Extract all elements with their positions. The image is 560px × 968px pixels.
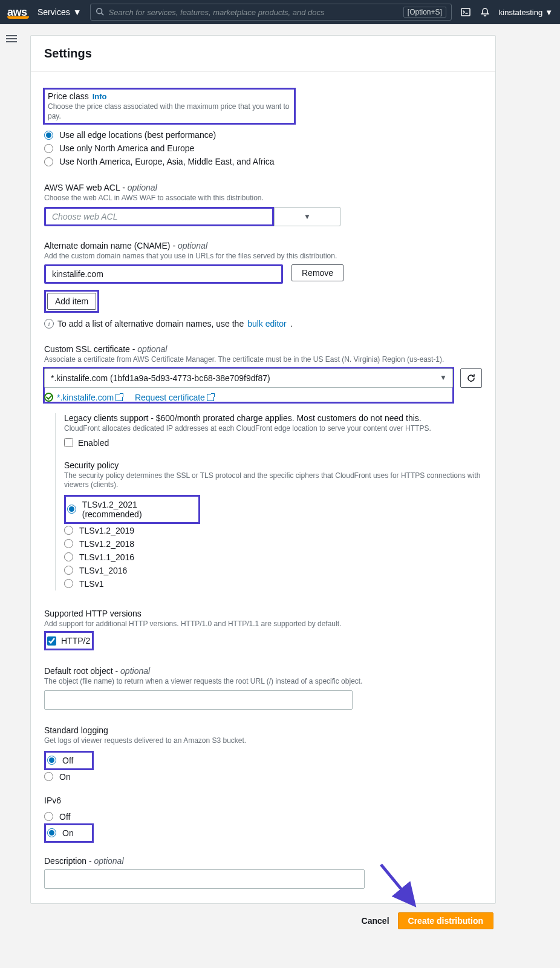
root-label: Default root object - [44, 666, 120, 676]
chevron-down-icon: ▼ [73, 7, 82, 17]
http2-checkbox[interactable]: HTTP/2 [47, 634, 91, 647]
price-class-option-2[interactable]: Use North America, Europe, Asia, Middle … [44, 155, 482, 168]
search-shortcut: [Option+S] [403, 7, 446, 18]
price-class-radios: Use all edge locations (best performance… [44, 128, 482, 168]
ipv6-on[interactable]: On [47, 826, 91, 840]
security-option-0[interactable]: TLSv1.2_2021 (recommended) [67, 498, 197, 521]
external-link-icon [116, 394, 123, 401]
price-class-option-0[interactable]: Use all edge locations (best performance… [44, 128, 482, 142]
legacy-help: CloudFront allocates dedicated IP addres… [64, 424, 482, 434]
cert-domain-link[interactable]: *.kinstalife.com [57, 393, 123, 402]
top-nav: aws Services▼ [Option+S] kinstatesting▼ [0, 0, 560, 24]
http-label: Supported HTTP versions [44, 609, 482, 618]
settings-card: Settings Price classInfo Choose the pric… [30, 35, 496, 904]
page-title: Settings [44, 47, 482, 60]
chevron-down-icon: ▼ [545, 8, 553, 17]
remove-button[interactable]: Remove [291, 264, 343, 281]
root-object-input[interactable] [44, 690, 353, 710]
external-link-icon [207, 394, 214, 401]
logging-on[interactable]: On [44, 770, 482, 783]
services-menu[interactable]: Services▼ [37, 7, 82, 17]
bell-icon[interactable] [480, 7, 490, 18]
svg-rect-2 [461, 8, 470, 16]
logging-help: Get logs of viewer requests delivered to… [44, 736, 482, 746]
price-class-label: Price class [48, 91, 89, 101]
ipv6-off[interactable]: Off [44, 810, 482, 823]
legacy-label: Legacy clients support - $600/month pror… [64, 413, 482, 423]
ssl-cert-select[interactable] [44, 368, 453, 388]
security-option-3[interactable]: TLSv1.1_2016 [64, 551, 482, 564]
hamburger-icon[interactable] [6, 33, 17, 44]
waf-help: Choose the web ACL in AWS WAF to associa… [44, 194, 482, 203]
price-class-option-1[interactable]: Use only North America and Europe [44, 142, 482, 155]
ssl-help: Associate a certificate from AWS Certifi… [44, 355, 482, 365]
search-input[interactable] [109, 8, 399, 17]
add-item-button[interactable]: Add item [47, 293, 96, 310]
search-icon [96, 7, 104, 18]
logging-off[interactable]: Off [47, 754, 91, 767]
create-distribution-button[interactable]: Create distribution [398, 912, 493, 929]
svg-line-1 [101, 13, 103, 15]
refresh-button[interactable] [460, 368, 482, 388]
security-option-4[interactable]: TLSv1_2016 [64, 564, 482, 577]
description-input[interactable] [44, 869, 365, 889]
info-link[interactable]: Info [93, 92, 107, 101]
price-class-section: Price classInfo Choose the price class a… [44, 89, 295, 123]
ssl-label: Custom SSL certificate - [44, 344, 137, 354]
logging-label: Standard logging [44, 725, 482, 735]
svg-line-3 [381, 865, 412, 903]
legacy-enabled-checkbox[interactable]: Enabled [64, 436, 482, 450]
annotation-arrow [375, 862, 423, 910]
waf-label: AWS WAF web ACL - [44, 183, 128, 192]
cname-label: Alternate domain name (CNAME) - [44, 241, 178, 250]
security-label: Security policy [64, 460, 482, 470]
aws-logo[interactable]: aws [7, 6, 29, 19]
root-help: The object (file name) to return when a … [44, 677, 482, 687]
price-class-help: Choose the price class associated with t… [48, 102, 291, 121]
bulk-editor-link[interactable]: bulk editor [247, 319, 287, 329]
success-icon [44, 393, 53, 402]
waf-dropdown-toggle[interactable]: ▼ [274, 207, 340, 226]
global-search[interactable]: [Option+S] [90, 4, 452, 21]
security-option-1[interactable]: TLSv1.2_2019 [64, 524, 482, 537]
security-option-5[interactable]: TLSv1 [64, 577, 482, 590]
svg-point-0 [96, 8, 102, 13]
cname-input[interactable] [44, 264, 283, 284]
waf-select[interactable] [44, 207, 274, 226]
security-help: The security policy determines the SSL o… [64, 471, 482, 490]
cloudshell-icon[interactable] [460, 7, 471, 18]
info-icon: i [44, 319, 54, 329]
account-menu[interactable]: kinstatesting▼ [499, 8, 553, 17]
cancel-button[interactable]: Cancel [362, 916, 389, 926]
desc-label: Description - [44, 856, 94, 866]
ipv6-label: IPv6 [44, 796, 482, 805]
cname-help: Add the custom domain names that you use… [44, 252, 482, 261]
request-cert-link[interactable]: Request certificate [135, 393, 214, 402]
security-option-2[interactable]: TLSv1.2_2018 [64, 537, 482, 551]
http-help: Add support for additional HTTP versions… [44, 620, 482, 629]
